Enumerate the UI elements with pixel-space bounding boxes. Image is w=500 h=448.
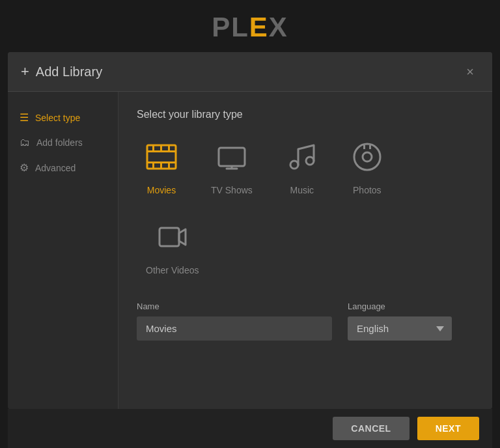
modal-title-container: + Add Library xyxy=(21,63,102,80)
svg-point-12 xyxy=(290,161,298,169)
svg-rect-3 xyxy=(152,145,154,150)
plus-icon: + xyxy=(21,63,29,80)
sidebar-item-add-folders[interactable]: 🗂 Add folders xyxy=(8,130,118,155)
svg-point-13 xyxy=(306,157,314,165)
cancel-button[interactable]: CANCEL xyxy=(333,417,409,440)
main-content: Select your library type xyxy=(118,92,492,409)
gear-icon: ⚙ xyxy=(20,161,29,174)
svg-point-14 xyxy=(354,144,380,170)
language-group: Language English French German Spanish I… xyxy=(348,301,452,341)
photos-icon xyxy=(352,141,383,178)
type-item-photos[interactable]: Photos xyxy=(342,136,392,201)
video-icon xyxy=(157,221,188,259)
type-label-music: Music xyxy=(290,185,314,195)
type-label-photos: Photos xyxy=(353,185,382,195)
close-button[interactable]: × xyxy=(461,63,479,81)
music-icon xyxy=(286,141,318,178)
name-label: Name xyxy=(137,301,332,311)
sidebar-label-select-type: Select type xyxy=(35,113,80,123)
folder-icon: 🗂 xyxy=(20,137,30,148)
type-item-movies[interactable]: Movies xyxy=(137,136,186,201)
svg-rect-9 xyxy=(219,148,245,166)
svg-rect-8 xyxy=(168,161,170,169)
sidebar: ☰ Select type 🗂 Add folders ⚙ Advanced xyxy=(8,92,118,409)
library-type-grid: Movies TV Shows xyxy=(137,136,474,281)
sidebar-item-select-type[interactable]: ☰ Select type xyxy=(8,105,118,130)
svg-rect-17 xyxy=(369,145,371,149)
menu-icon: ☰ xyxy=(20,111,29,124)
movies-icon xyxy=(146,141,177,178)
modal: + Add Library × ☰ Select type 🗂 Add fold… xyxy=(8,52,492,409)
form-row: Name Language English French German Span… xyxy=(137,301,474,341)
name-group: Name xyxy=(137,301,332,341)
type-label-movies: Movies xyxy=(147,185,176,195)
language-select[interactable]: English French German Spanish Italian Ja… xyxy=(348,316,452,341)
type-label-tv-shows: TV Shows xyxy=(211,185,253,195)
svg-rect-1 xyxy=(147,150,176,152)
svg-rect-5 xyxy=(168,145,170,150)
language-label: Language xyxy=(348,301,452,311)
type-item-music[interactable]: Music xyxy=(277,136,327,201)
svg-point-15 xyxy=(363,152,372,161)
name-input[interactable] xyxy=(137,316,332,341)
section-title: Select your library type xyxy=(137,109,474,120)
modal-footer: CANCEL NEXT xyxy=(8,409,492,448)
modal-title: Add Library xyxy=(36,64,102,79)
type-item-other-videos[interactable]: Other Videos xyxy=(137,216,208,281)
tv-icon xyxy=(216,141,247,178)
plex-logo: PLEX xyxy=(212,12,288,43)
svg-rect-18 xyxy=(160,228,179,246)
plex-logo-highlight: E xyxy=(249,12,269,42)
type-item-tv-shows[interactable]: TV Shows xyxy=(202,136,262,201)
modal-header: + Add Library × xyxy=(8,52,492,92)
svg-rect-4 xyxy=(160,145,162,150)
sidebar-item-advanced[interactable]: ⚙ Advanced xyxy=(8,155,118,180)
modal-body: ☰ Select type 🗂 Add folders ⚙ Advanced S… xyxy=(8,92,492,409)
type-label-other-videos: Other Videos xyxy=(146,265,199,275)
svg-rect-6 xyxy=(152,161,154,169)
sidebar-label-add-folders: Add folders xyxy=(36,137,83,148)
sidebar-label-advanced: Advanced xyxy=(35,163,76,173)
svg-rect-16 xyxy=(363,145,365,149)
next-button[interactable]: NEXT xyxy=(417,417,479,440)
svg-rect-7 xyxy=(160,161,162,169)
